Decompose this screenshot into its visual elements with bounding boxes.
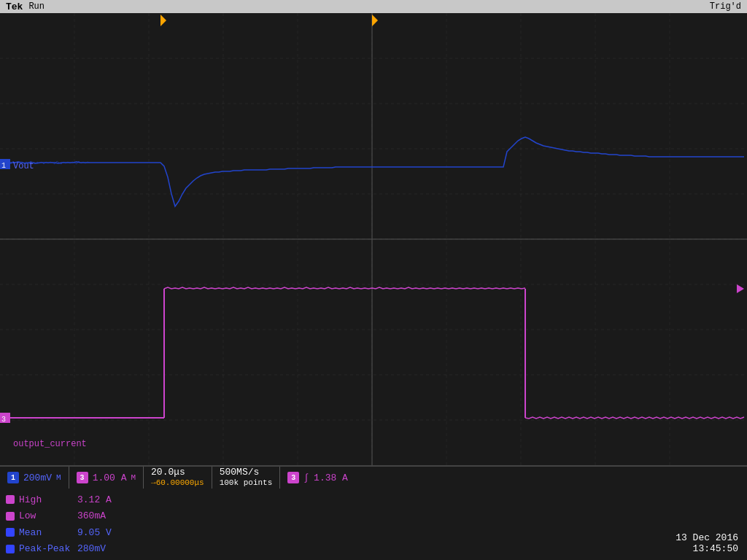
ch3-scale-section: 3 1.00 A M [69,467,144,489]
top-bar: Tek Run Trig'd [0,0,747,13]
high-label: High [19,494,77,505]
peakpeak-dot [6,545,15,553]
ch1-num: 1 [11,474,15,482]
svg-text:3: 3 [1,416,6,424]
ch3-scale: 1.00 A [93,472,127,483]
svg-text:output_current: output_current [13,439,87,449]
mean-value: 9.05 V [77,527,112,538]
ch3-num: 3 [80,474,85,482]
run-status: Run [28,1,44,12]
ch1-scale-section: 1 200mV M [0,467,69,489]
trig-section: 3 ∫ 1.38 A [280,467,355,489]
ch3-coupling: M [131,473,136,482]
scope-display: 1 3 Vout output_current [0,13,747,465]
status-bar: 1 200mV M 3 1.00 A M 20.0μs →60.00000μs … [0,465,747,489]
sample-rate-section: 500MS/s 100k points [212,467,281,489]
ch1-scale: 200mV [23,472,52,483]
low-measurement: Low 360mA [6,510,741,521]
peakpeak-measurement: Peak-Peak 280mV [6,543,741,554]
time-offset: →60.00000μs [151,478,204,487]
sample-rate: 500MS/s [220,467,260,478]
mean-measurement: Mean 9.05 V [6,527,741,538]
svg-text:1: 1 [1,162,6,170]
measurements-area: High 3.12 A Low 360mA Mean 9.05 V Peak-P… [0,489,747,560]
peakpeak-value: 280mV [77,543,106,554]
peakpeak-label: Peak-Peak [19,543,77,554]
datetime: 13 Dec 2016 13:45:50 [676,532,738,554]
mean-label: Mean [19,527,77,538]
low-value: 360mA [77,510,106,521]
ch1-coupling: M [56,473,61,482]
trig-symbol: ∫ [303,472,309,483]
high-dot [6,495,15,504]
high-measurement: High 3.12 A [6,494,741,505]
trig-value: 1.38 A [314,472,348,483]
mean-dot [6,528,15,537]
brand-label: Tek [6,1,23,12]
time-scale-section: 20.0μs →60.00000μs [144,467,212,489]
time-scale: 20.0μs [151,467,185,478]
trig-status: Trig'd [710,1,741,12]
date-line1: 13 Dec 2016 [676,532,738,543]
high-value: 3.12 A [77,494,112,505]
date-line2: 13:45:50 [676,543,738,554]
low-dot [6,512,15,521]
svg-text:Vout: Vout [13,161,34,171]
low-label: Low [19,510,77,521]
record-length: 100k points [220,478,273,487]
